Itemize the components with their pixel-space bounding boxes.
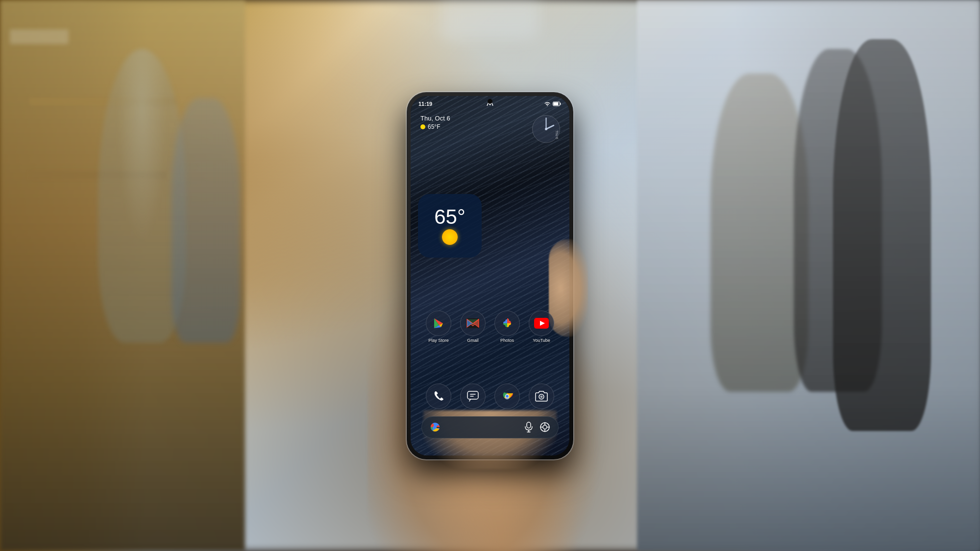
weather-widget-large: 65°	[418, 194, 482, 258]
camera-svg	[535, 390, 548, 402]
app-messages[interactable]	[460, 383, 486, 409]
app-photos[interactable]: Photos	[494, 311, 520, 343]
clock-widget: Thu 6	[530, 113, 562, 147]
temperature-large: 65°	[434, 207, 466, 227]
app-play-store[interactable]: Play Store	[426, 311, 451, 343]
svg-rect-1	[554, 102, 559, 105]
phone-svg	[433, 390, 444, 402]
phone-icon[interactable]	[426, 383, 451, 409]
app-youtube[interactable]: YouTube	[529, 311, 554, 343]
app-chrome[interactable]	[494, 383, 520, 409]
camera-icon[interactable]	[529, 383, 554, 409]
svg-rect-10	[467, 391, 478, 399]
store-sign	[10, 29, 69, 44]
temp-small-display: 65°F	[428, 123, 440, 130]
chrome-icon[interactable]	[494, 383, 520, 409]
photos-icon[interactable]	[494, 311, 520, 336]
weather-small-display: 65°F	[420, 123, 450, 130]
app-camera[interactable]	[529, 383, 554, 409]
photos-label: Photos	[500, 338, 514, 343]
thumb	[549, 239, 588, 337]
clock-face: Thu 6	[530, 113, 562, 145]
date-widget: Thu, Oct 6 65°F	[420, 115, 450, 130]
search-action-icons	[524, 422, 550, 432]
svg-text:Thu 6: Thu 6	[555, 130, 559, 139]
status-icons	[544, 101, 562, 107]
svg-point-13	[506, 395, 509, 398]
svg-rect-17	[527, 422, 531, 428]
date-display: Thu, Oct 6	[420, 115, 450, 122]
ceiling-light	[441, 0, 539, 39]
messages-icon[interactable]	[460, 383, 486, 409]
youtube-svg	[534, 318, 549, 329]
chrome-svg	[500, 389, 514, 403]
wifi-icon	[544, 101, 551, 107]
dock-row	[426, 383, 554, 409]
person-silhouette-2	[172, 98, 240, 343]
youtube-label: YouTube	[533, 338, 550, 343]
person-silhouette-right-3	[833, 39, 931, 431]
google-g-icon	[430, 422, 441, 432]
mic-icon[interactable]	[524, 422, 534, 432]
app-row-1: Play Store Gmail	[426, 311, 554, 343]
sun-icon-large	[442, 229, 458, 245]
messages-svg	[466, 390, 479, 402]
play-store-icon[interactable]	[426, 311, 451, 336]
google-g-svg	[430, 422, 441, 432]
battery-icon	[553, 101, 562, 106]
gmail-label: Gmail	[467, 338, 479, 343]
youtube-icon[interactable]	[529, 311, 554, 336]
play-store-svg	[432, 316, 445, 330]
status-time: 11:19	[418, 101, 432, 107]
app-gmail[interactable]: Gmail	[460, 311, 486, 343]
phone-device: 11:19	[407, 92, 573, 459]
app-phone[interactable]	[426, 383, 451, 409]
gmail-svg	[466, 318, 480, 328]
search-bar[interactable]	[421, 416, 559, 438]
svg-point-21	[543, 425, 547, 429]
svg-point-15	[540, 395, 543, 398]
play-store-label: Play Store	[428, 338, 449, 343]
camera-cutout	[488, 99, 492, 104]
phone-screen: 11:19	[411, 96, 569, 455]
sun-icon-small	[420, 124, 425, 129]
gmail-icon[interactable]	[460, 311, 486, 336]
photos-svg	[500, 316, 514, 330]
lens-icon[interactable]	[539, 422, 550, 432]
